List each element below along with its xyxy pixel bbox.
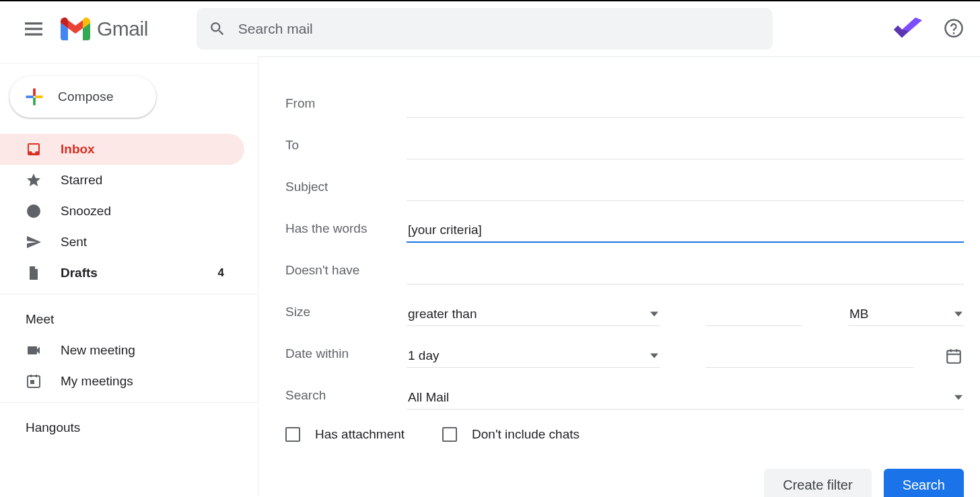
date-picker-button[interactable] (944, 348, 964, 368)
exclude-chats-checkbox[interactable]: Don't include chats (442, 427, 580, 442)
gmail-logo[interactable]: Gmail (61, 17, 148, 40)
sidebar-item-label: Drafts (61, 266, 199, 280)
has-words-input[interactable] (407, 219, 964, 243)
star-icon (26, 172, 42, 188)
search-in-label: Search (285, 388, 407, 410)
svg-rect-5 (35, 95, 42, 98)
svg-rect-13 (950, 349, 952, 352)
hangouts-section-header: Hangouts (0, 415, 258, 443)
sidebar-item-label: Starred (61, 173, 224, 188)
chevron-down-icon (954, 393, 963, 402)
meet-item-label: My meetings (61, 374, 133, 389)
meet-item-label: New meeting (61, 343, 135, 358)
svg-rect-2 (25, 34, 42, 36)
svg-rect-15 (947, 354, 960, 355)
sidebar-item-drafts[interactable]: Drafts 4 (0, 258, 244, 289)
svg-rect-12 (947, 350, 960, 362)
svg-rect-14 (956, 349, 957, 352)
has-words-label: Has the words (285, 221, 407, 243)
svg-rect-10 (36, 375, 37, 377)
main-menu-button[interactable] (18, 13, 50, 45)
size-label: Size (285, 305, 407, 326)
checkmark-icon (893, 17, 923, 40)
doesnt-have-label: Doesn't have (285, 263, 407, 284)
meet-my-meetings[interactable]: My meetings (0, 366, 258, 397)
size-unit-select[interactable]: MB (848, 303, 964, 326)
gmail-logo-icon (61, 17, 90, 40)
checkbox-icon (285, 427, 300, 442)
sidebar-item-label: Snoozed (61, 204, 224, 219)
search-in-select[interactable]: All Mail (407, 386, 964, 410)
sidebar-item-label: Inbox (61, 142, 224, 157)
help-icon (944, 18, 964, 38)
help-button[interactable] (944, 18, 964, 40)
checkbox-icon (442, 427, 457, 442)
svg-rect-9 (30, 375, 32, 377)
video-icon (26, 342, 42, 358)
calendar-box-icon (26, 373, 42, 389)
advanced-search-panel: From To Subject Has the words Doesn't ha… (258, 56, 980, 496)
sidebar-item-sent[interactable]: Sent (0, 227, 244, 258)
gmail-wordmark: Gmail (97, 17, 148, 40)
inbox-icon (26, 141, 42, 157)
search-button[interactable]: Search (884, 469, 964, 497)
size-value-input[interactable] (705, 303, 802, 326)
chevron-down-icon (954, 310, 963, 318)
svg-rect-0 (25, 22, 42, 24)
meet-new-meeting[interactable]: New meeting (0, 335, 258, 366)
meet-section-header: Meet (0, 307, 258, 335)
date-value-input[interactable] (705, 344, 914, 368)
svg-rect-7 (26, 95, 34, 98)
to-label: To (285, 138, 407, 159)
doesnt-have-input[interactable] (407, 261, 964, 284)
size-operator-select[interactable]: greater than (407, 303, 660, 326)
app-header: Gmail (0, 1, 980, 56)
sidebar-item-inbox[interactable]: Inbox (0, 134, 244, 165)
clock-icon (26, 203, 42, 219)
from-label: From (285, 96, 407, 118)
search-box[interactable] (197, 8, 773, 50)
sidebar: Compose Inbox Starred Snoozed Sent Draft… (0, 56, 258, 496)
send-icon (26, 234, 42, 250)
compose-button[interactable]: Compose (9, 76, 156, 118)
compose-label: Compose (58, 89, 114, 104)
chevron-down-icon (650, 310, 658, 318)
svg-rect-6 (33, 98, 36, 105)
calendar-icon (945, 348, 963, 365)
menu-icon (25, 22, 42, 36)
create-filter-button[interactable]: Create filter (764, 469, 871, 497)
tasks-badge[interactable] (893, 13, 923, 44)
search-input[interactable] (238, 21, 761, 37)
svg-rect-1 (25, 28, 42, 30)
chevron-down-icon (650, 352, 658, 360)
sidebar-item-snoozed[interactable]: Snoozed (0, 196, 244, 227)
search-icon (209, 20, 226, 38)
from-input[interactable] (407, 94, 964, 118)
subject-input[interactable] (407, 178, 964, 201)
drafts-count: 4 (218, 266, 224, 280)
date-range-select[interactable]: 1 day (407, 344, 660, 368)
svg-rect-11 (30, 380, 34, 384)
sidebar-item-label: Sent (61, 235, 224, 250)
plus-icon (24, 87, 44, 107)
has-attachment-checkbox[interactable]: Has attachment (285, 427, 405, 442)
sidebar-item-starred[interactable]: Starred (0, 165, 244, 196)
svg-rect-4 (33, 89, 36, 96)
file-icon (26, 265, 42, 281)
date-within-label: Date within (285, 346, 407, 368)
to-input[interactable] (407, 136, 964, 159)
subject-label: Subject (285, 180, 407, 201)
